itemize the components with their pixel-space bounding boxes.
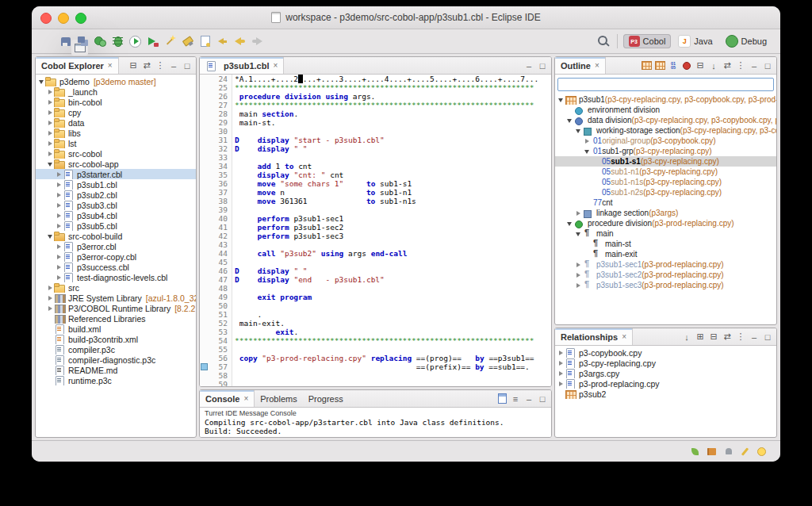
collapse-arrow-icon[interactable] <box>575 229 582 239</box>
tree-item[interactable]: main-st <box>555 239 776 249</box>
tree-item[interactable]: p3sub1-sec2 (p3-prod-replacing.cpy) <box>555 270 776 280</box>
code-line[interactable] <box>235 205 551 214</box>
tree-item[interactable]: src-cobol <box>36 148 196 159</box>
expand-arrow-icon[interactable] <box>47 149 54 159</box>
open-task-icon[interactable] <box>179 33 196 49</box>
expand-arrow-icon[interactable] <box>47 283 54 293</box>
save-icon[interactable] <box>57 33 74 49</box>
expand-arrow-icon[interactable] <box>575 270 582 280</box>
code-line[interactable] <box>235 371 551 380</box>
close-icon[interactable]: × <box>273 61 278 70</box>
code-line[interactable]: ==(prefix)== by ==sub1==. <box>235 362 551 371</box>
run-icon[interactable] <box>127 33 144 49</box>
collapse-arrow-icon[interactable] <box>584 147 591 156</box>
forward-icon[interactable] <box>249 33 266 49</box>
expand-arrow-icon[interactable] <box>47 304 54 313</box>
tree-item[interactable]: p3sub2 <box>555 389 776 399</box>
tree-item[interactable]: p3sub4.cbl <box>36 210 196 220</box>
tree-item[interactable]: P3/COBOL Runtime Library[8.2.2 (8.2.2-2 <box>36 303 196 313</box>
tab-cobol-explorer[interactable]: Cobol Explorer × <box>36 57 119 74</box>
expand-arrow-icon[interactable] <box>56 263 63 272</box>
maximize-icon[interactable]: □ <box>761 59 774 72</box>
code-line[interactable]: *A.1....+....2....+....3....+....4....+.… <box>235 75 551 83</box>
expand-arrow-icon[interactable] <box>47 98 54 107</box>
collapse-arrow-icon[interactable] <box>47 232 54 241</box>
new-wizard-icon[interactable] <box>162 33 178 49</box>
expand-arrow-icon[interactable] <box>47 87 54 97</box>
code-line[interactable]: perform p3sub1-sec2 <box>235 223 551 232</box>
code-line[interactable]: copy "p3-prod-replacing.cpy" replacing =… <box>235 354 551 362</box>
tree-item[interactable]: p3error.cbl <box>36 241 196 251</box>
tree-item[interactable]: cpy <box>36 107 196 117</box>
tab-p3sub1-editor[interactable]: p3sub1.cbl × <box>200 57 284 74</box>
tab-problems[interactable]: Problems <box>255 390 302 407</box>
mark-occurrences-icon[interactable] <box>197 33 213 49</box>
close-icon[interactable]: × <box>243 394 248 403</box>
perspective-java-button[interactable]: JJava <box>672 33 718 49</box>
collapse-arrow-icon[interactable] <box>47 159 54 169</box>
view-menu-icon[interactable]: ⋮ <box>734 331 747 343</box>
code-line[interactable]: D display "end - p3sub1.cbl" <box>235 275 551 284</box>
maximize-icon[interactable]: □ <box>536 59 549 72</box>
tree-item[interactable]: main <box>555 228 776 239</box>
tab-console[interactable]: Console× <box>200 390 255 407</box>
tree-item[interactable]: 77 cnt <box>555 197 776 208</box>
code-line[interactable] <box>235 345 551 354</box>
tree-item[interactable]: src <box>36 282 196 293</box>
code-line[interactable]: exit program <box>235 293 551 301</box>
minimize-button[interactable] <box>58 13 69 24</box>
expand-arrow-icon[interactable] <box>47 128 54 138</box>
expand-arrow-icon[interactable] <box>56 221 63 231</box>
expand-all-icon[interactable]: ⊞ <box>694 331 707 343</box>
tree-item[interactable]: 05 sub1-n1s (p3-cpy-replacing.cpy) <box>555 177 776 187</box>
code-line[interactable] <box>235 380 551 386</box>
code-line[interactable]: move "some chars 1" to sub1-s1 <box>235 179 551 188</box>
code-line[interactable]: . <box>235 310 551 319</box>
collapse-all-icon[interactable]: ⊟ <box>127 59 140 72</box>
open-console-icon[interactable] <box>496 393 508 405</box>
maximize-icon[interactable]: □ <box>761 331 774 343</box>
expand-arrow-icon[interactable] <box>575 281 582 290</box>
tree-item[interactable]: p3-cpy-replacing.cpy <box>555 358 776 368</box>
close-icon[interactable]: × <box>595 61 599 70</box>
code-line[interactable]: procedure division using args. <box>235 92 551 101</box>
back-icon[interactable] <box>232 33 248 49</box>
bell-icon[interactable] <box>722 445 735 458</box>
expand-arrow-icon[interactable] <box>557 348 565 358</box>
breakpoint-icon[interactable] <box>680 59 693 72</box>
tree-item[interactable]: README.md <box>36 365 196 375</box>
tree-item[interactable]: 05 sub1-n2s (p3-cpy-replacing.cpy) <box>555 187 776 197</box>
tree-item[interactable]: data division (p3-cpy-replacing.cpy, p3-… <box>555 115 776 125</box>
tree-item[interactable]: p3sub2.cbl <box>36 190 196 200</box>
code-line[interactable]: ****************************************… <box>235 83 551 92</box>
expand-arrow-icon[interactable] <box>56 180 63 190</box>
tree-item[interactable]: p3error-copy.cbl <box>36 251 196 262</box>
minimize-icon[interactable]: – <box>523 393 535 405</box>
tree-item[interactable]: Referenced Libraries <box>36 313 196 324</box>
minimize-icon[interactable]: – <box>167 59 180 72</box>
code-line[interactable]: D display " " <box>235 144 551 153</box>
collapse-arrow-icon[interactable] <box>38 77 45 86</box>
tree-item[interactable]: build.xml <box>36 324 196 334</box>
collapse-all-icon[interactable]: ⊟ <box>707 331 720 343</box>
expand-arrow-icon[interactable] <box>56 201 63 210</box>
view-menu-icon[interactable]: ⋮ <box>154 59 167 72</box>
tree-item[interactable]: p3sub1 (p3-cpy-replacing.cpy, p3-copyboo… <box>555 94 776 105</box>
code-line[interactable]: D display "start - p3sub1.cbl" <box>235 136 551 144</box>
build-all-icon[interactable] <box>92 33 109 49</box>
collapse-all-icon[interactable]: ⊟ <box>694 59 707 72</box>
tree-item[interactable]: 05 sub1-n1 (p3-cpy-replacing.cpy) <box>555 167 776 177</box>
code-line[interactable]: display "cnt: " cnt <box>235 171 551 179</box>
maximize-icon[interactable]: □ <box>181 59 193 72</box>
expand-arrow-icon[interactable] <box>56 252 63 262</box>
tree-item[interactable]: p3sub5.cbl <box>36 220 196 231</box>
run-config-icon[interactable] <box>144 33 161 49</box>
tree-item[interactable]: build-p3contrib.xml <box>36 334 196 344</box>
code-line[interactable]: ****************************************… <box>235 101 551 109</box>
expand-arrow-icon[interactable] <box>56 190 63 200</box>
expand-arrow-icon[interactable] <box>47 108 54 117</box>
code-line[interactable]: move n to sub1-n1 <box>235 188 551 197</box>
tab-outline[interactable]: Outline × <box>555 57 606 74</box>
expand-arrow-icon[interactable] <box>56 273 63 282</box>
expand-arrow-icon[interactable] <box>47 118 54 128</box>
